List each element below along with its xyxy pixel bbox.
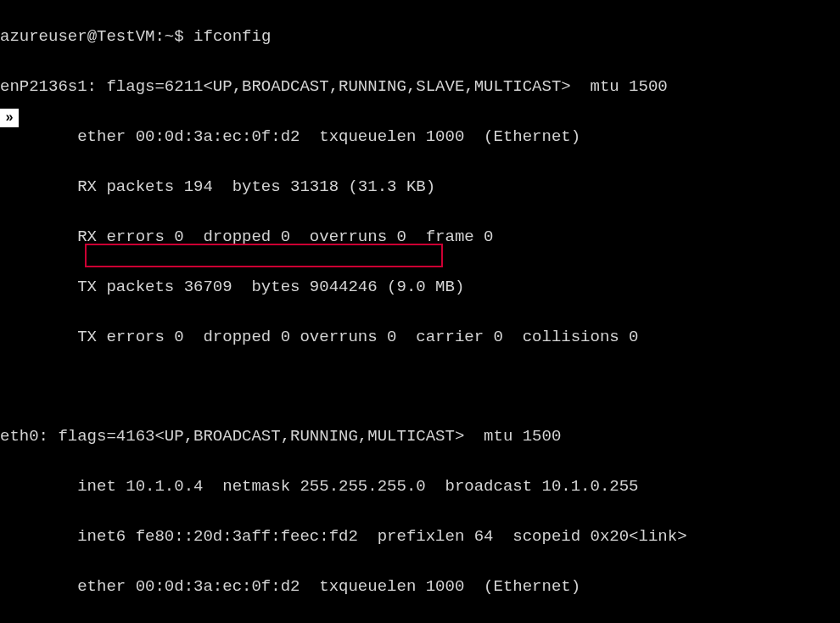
- iface-line: TX packets 36709 bytes 9044246 (9.0 MB): [0, 275, 840, 300]
- command-text: ifconfig: [193, 27, 271, 46]
- iface-line-highlighted: inet6 fe80::20d:3aff:feec:fd2 prefixlen …: [0, 525, 840, 549]
- prompt-symbol: $: [174, 27, 183, 46]
- iface-line: ether 00:0d:3a:ec:0f:d2 txqueuelen 1000 …: [0, 125, 840, 149]
- iface-line: RX packets 194 bytes 31318 (31.3 KB): [0, 175, 840, 199]
- prompt-host: TestVM: [97, 27, 154, 46]
- blank-line: [0, 375, 840, 400]
- iface-header: eth0: flags=4163<UP,BROADCAST,RUNNING,MU…: [0, 424, 840, 449]
- iface-line: inet 10.1.0.4 netmask 255.255.255.0 broa…: [0, 474, 840, 499]
- iface-line: TX errors 0 dropped 0 overruns 0 carrier…: [0, 325, 840, 350]
- prompt-line: azureuser@TestVM:~$ ifconfig: [0, 25, 840, 49]
- terminal-output[interactable]: azureuser@TestVM:~$ ifconfig enP2136s1: …: [0, 0, 840, 623]
- chevron-right-icon: »: [0, 109, 19, 127]
- iface-line: ether 00:0d:3a:ec:0f:d2 txqueuelen 1000 …: [0, 575, 840, 599]
- prompt-path: ~: [165, 27, 174, 46]
- prompt-user: azureuser: [0, 27, 87, 46]
- iface-header: enP2136s1: flags=6211<UP,BROADCAST,RUNNI…: [0, 75, 840, 99]
- iface-line: RX errors 0 dropped 0 overruns 0 frame 0: [0, 225, 840, 250]
